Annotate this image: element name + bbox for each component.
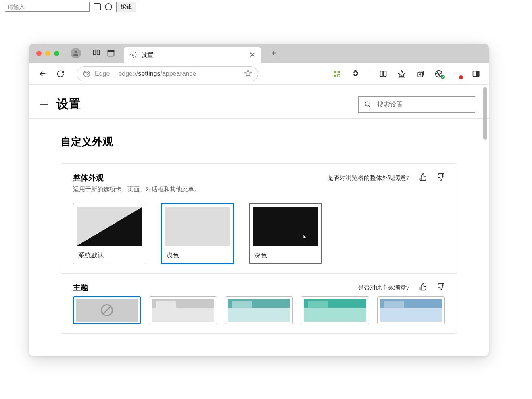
gear-icon (129, 51, 137, 58)
none-icon (76, 299, 138, 322)
svg-marker-15 (398, 70, 405, 77)
browser-window: 设置 ✕ + Edge edge://settings/appearance (29, 44, 489, 356)
appearance-options: 系统默认 浅色 深色 (73, 203, 445, 264)
notification-badge (459, 75, 463, 79)
svg-rect-14 (384, 71, 386, 76)
extensions-icon[interactable] (350, 69, 360, 79)
apps-grid-icon[interactable] (332, 69, 342, 79)
native-radio[interactable] (105, 3, 112, 10)
search-settings-box[interactable] (358, 96, 475, 113)
cursor-pointer-icon (301, 234, 308, 243)
content-area: 设置 自定义外观 整体外观 是否对浏览器的整体外观满意? (29, 85, 489, 356)
appearance-option-system[interactable]: 系统默认 (73, 203, 146, 264)
svg-point-0 (75, 51, 77, 53)
color-theme-green[interactable] (301, 296, 369, 324)
window-minimize-button[interactable] (45, 51, 50, 56)
new-tab-button[interactable]: + (268, 48, 280, 59)
appearance-card-title: 整体外观 (73, 173, 104, 183)
more-menu-icon[interactable]: ⋯ (453, 69, 462, 79)
svg-point-5 (132, 54, 134, 56)
profile-avatar-icon[interactable] (71, 48, 81, 58)
overall-appearance-card: 整体外观 是否对浏览器的整体外观满意? 适用于新的选项卡、页面、对话框和其他菜单… (61, 163, 457, 274)
svg-rect-22 (477, 71, 479, 76)
favorite-star-icon[interactable] (244, 69, 252, 79)
toolbar-icons: ⋯ (332, 69, 481, 79)
native-checkbox[interactable] (94, 3, 101, 10)
appearance-option-dark[interactable]: 深色 (249, 203, 322, 264)
address-bar[interactable]: Edge edge://settings/appearance (77, 66, 258, 81)
color-theme-none[interactable] (73, 296, 141, 324)
svg-rect-11 (338, 74, 340, 77)
appearance-card-subtitle: 适用于新的选项卡、页面、对话框和其他菜单。 (73, 186, 445, 193)
scrollbar-thumb[interactable] (483, 87, 487, 140)
theme-thumbs-up-button[interactable] (419, 283, 427, 292)
window-title-bar: 设置 ✕ + (29, 44, 489, 63)
traffic-lights (36, 51, 59, 56)
workspaces-icon[interactable] (91, 48, 102, 59)
themes-card: 主题 是否对此主题满意? (61, 274, 457, 334)
svg-line-24 (369, 105, 371, 107)
light-preview (165, 207, 230, 246)
toolbar-divider (369, 69, 369, 78)
system-label: 系统默认 (77, 251, 142, 260)
appearance-option-light[interactable]: 浅色 (161, 203, 234, 264)
svg-rect-4 (108, 50, 114, 52)
color-theme-gray[interactable] (149, 296, 217, 324)
favorites-icon[interactable] (397, 69, 407, 79)
native-button[interactable]: 按钮 (116, 2, 136, 12)
page-title: 自定义外观 (61, 135, 457, 149)
vertical-tabs-icon[interactable] (105, 48, 117, 59)
sidebar-toggle-icon[interactable] (471, 69, 481, 79)
performance-icon[interactable] (434, 69, 444, 79)
browser-tab[interactable]: 设置 ✕ (124, 47, 261, 63)
address-brand-label: Edge (95, 70, 110, 77)
color-theme-teal[interactable] (225, 296, 293, 324)
dark-label: 深色 (253, 251, 318, 260)
native-controls-row: 按钮 (3, 0, 138, 14)
appearance-feedback: 是否对浏览器的整体外观满意? (328, 173, 445, 183)
settings-header: 设置 (29, 85, 489, 119)
split-screen-icon[interactable] (378, 69, 388, 79)
address-url: edge://settings/appearance (118, 70, 196, 77)
svg-rect-13 (380, 71, 383, 76)
svg-line-26 (103, 306, 111, 315)
theme-feedback: 是否对此主题满意? (358, 283, 445, 292)
theme-thumbs-down-button[interactable] (437, 283, 445, 292)
svg-rect-2 (97, 50, 100, 55)
dark-preview (253, 207, 318, 246)
svg-marker-7 (245, 69, 252, 76)
window-maximize-button[interactable] (54, 51, 59, 56)
window-close-button[interactable] (36, 51, 42, 56)
light-label: 浅色 (165, 251, 230, 260)
tab-close-button[interactable]: ✕ (249, 50, 255, 59)
svg-rect-1 (94, 50, 96, 55)
appearance-thumbs-down-button[interactable] (437, 173, 445, 183)
appearance-feedback-question: 是否对浏览器的整体外观满意? (328, 174, 409, 182)
hamburger-menu-button[interactable] (40, 102, 48, 107)
search-icon (364, 101, 371, 108)
appearance-thumbs-up-button[interactable] (419, 173, 427, 183)
back-button[interactable] (37, 68, 48, 79)
color-theme-blue[interactable] (377, 296, 445, 324)
svg-rect-8 (334, 71, 336, 73)
search-settings-input[interactable] (377, 101, 469, 108)
tab-title: 设置 (141, 51, 154, 59)
svg-rect-9 (338, 71, 340, 73)
address-toolbar: Edge edge://settings/appearance (29, 63, 489, 85)
settings-title: 设置 (56, 96, 81, 113)
system-preview (77, 207, 142, 246)
svg-point-23 (365, 102, 369, 106)
collections-icon[interactable] (415, 69, 425, 79)
svg-rect-10 (334, 74, 336, 77)
address-separator (114, 70, 114, 78)
main-content: 自定义外观 整体外观 是否对浏览器的整体外观满意? 适 (29, 119, 489, 334)
refresh-button[interactable] (55, 68, 66, 79)
edge-logo-icon (83, 70, 91, 78)
native-text-input[interactable] (5, 2, 90, 12)
color-theme-options (73, 296, 445, 324)
theme-feedback-question: 是否对此主题满意? (358, 284, 409, 292)
themes-card-title: 主题 (73, 282, 88, 293)
